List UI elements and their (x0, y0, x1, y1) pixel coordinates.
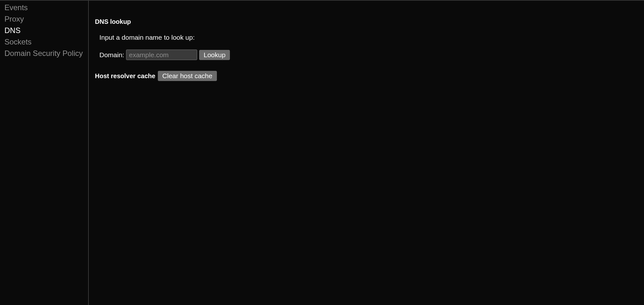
clear-host-cache-button[interactable]: Clear host cache (158, 71, 217, 81)
sidebar-item-dns[interactable]: DNS (4, 25, 88, 36)
dns-lookup-form-row: Domain: Lookup (99, 50, 638, 60)
domain-label: Domain: (99, 51, 124, 59)
sidebar: Events Proxy DNS Sockets Domain Security… (0, 1, 89, 305)
domain-input[interactable] (126, 50, 197, 60)
dns-lookup-instruction: Input a domain name to look up: (99, 34, 638, 41)
sidebar-item-proxy[interactable]: Proxy (4, 13, 88, 25)
app-root: Events Proxy DNS Sockets Domain Security… (0, 0, 644, 305)
main-content: DNS lookup Input a domain name to look u… (89, 1, 644, 305)
dns-lookup-body: Input a domain name to look up: Domain: … (95, 34, 638, 60)
dns-lookup-title: DNS lookup (95, 18, 638, 25)
sidebar-item-sockets[interactable]: Sockets (4, 36, 88, 48)
sidebar-item-domain-security-policy[interactable]: Domain Security Policy (4, 48, 88, 59)
host-resolver-cache-label: Host resolver cache (95, 72, 155, 80)
lookup-button[interactable]: Lookup (199, 50, 230, 60)
host-cache-row: Host resolver cache Clear host cache (95, 71, 638, 81)
sidebar-item-events[interactable]: Events (4, 2, 88, 13)
